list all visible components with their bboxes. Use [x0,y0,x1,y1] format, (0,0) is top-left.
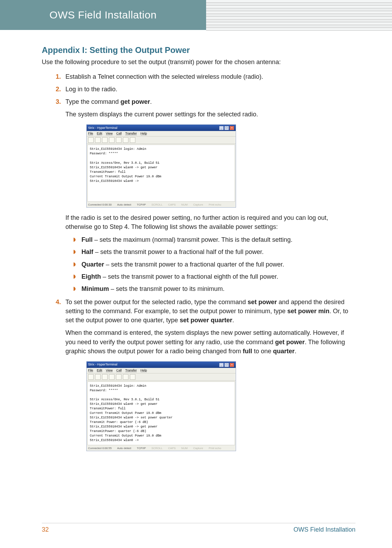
maximize-icon[interactable]: □ [224,363,229,367]
setting-half-desc: – sets the transmit power to a fractiona… [93,248,264,255]
menu-call[interactable]: Call [116,132,122,135]
terminal-menubar: File Edit View Call Transfer Help [87,131,236,137]
step-4a-cmd3: set power quarter [180,317,232,324]
header-tab-slot [206,3,392,6]
setting-eighth-name: Eighth [81,273,101,280]
setting-full-desc: – sets the maximum (normal) transmit pow… [93,236,292,243]
setting-quarter-name: Quarter [81,261,104,268]
page-footer: 32 OWS Field Installation [42,523,355,533]
header-tab-slot [206,6,392,8]
appendix-lead: Use the following procedure to set the o… [42,59,355,66]
status-printecho: Print echo [209,446,221,450]
terminal-titlebar: Strix - HyperTerminal _□× [87,362,236,368]
setting-minimum-name: Minimum [81,285,109,292]
status-num: NUM [181,203,188,207]
toolbar-receive-icon[interactable] [123,374,128,380]
toolbar-new-icon[interactable] [88,137,94,143]
menu-edit[interactable]: Edit [97,132,102,135]
menu-call[interactable]: Call [116,369,122,372]
toolbar-connect-icon[interactable] [102,374,108,380]
header-tab-slot [206,17,392,20]
status-scroll: SCROLL [151,446,163,450]
list-item: Minimum – sets the transmit power to its… [73,285,355,293]
terminal-window: Strix - HyperTerminal _□× File Edit View… [86,361,236,451]
status-capture: Capture [193,446,203,450]
maximize-icon[interactable]: □ [224,126,229,130]
status-printecho: Print echo [209,203,221,207]
step-4b-post: . [295,348,296,355]
toolbar-disconnect-icon[interactable] [109,137,115,143]
step-4b-mid2: to one [252,348,273,355]
status-autodetect: Auto detect [117,203,131,207]
terminal-statusbar: Connected 0:00:30 Auto detect TCP/IP SCR… [87,202,236,207]
step-3: 3. Type the command get power. The syste… [56,97,355,293]
toolbar-new-icon[interactable] [88,374,94,380]
list-item: Full – sets the maximum (normal) transmi… [73,236,355,244]
header-tab-slot [206,11,392,14]
step-3-text-pre: Type the command [65,98,120,105]
toolbar-properties-icon[interactable] [130,374,135,380]
toolbar-disconnect-icon[interactable] [109,374,115,380]
status-num: NUM [181,446,188,450]
toolbar-connect-icon[interactable] [102,137,108,143]
header-tab-slot [206,20,392,22]
step-4b-w1: full [243,348,252,355]
toolbar-send-icon[interactable] [116,374,121,380]
setting-minimum-desc: – sets the transmit power to its minimum… [109,285,225,292]
window-control-buttons: _□× [219,362,234,367]
step-4b-w2: quarter [273,348,295,355]
setting-quarter-desc: – sets the transmit power to a fractiona… [104,261,284,268]
terminal-statusbar: Connected 0:00:55 Auto detect TCP/IP SCR… [87,446,236,451]
toolbar-properties-icon[interactable] [130,137,135,143]
setting-eighth-desc: – sets the transmit power to a fractiona… [101,273,278,280]
step-number-icon: 3. [56,97,61,106]
menu-view[interactable]: View [106,369,112,372]
menu-transfer[interactable]: Transfer [125,369,137,372]
setting-full-name: Full [81,236,93,243]
status-connected: Connected 0:00:55 [88,446,112,450]
appendix-heading: Appendix I: Setting the Output Power [42,45,355,55]
terminal-output: Strix_E1C55910434 login: Admin Password:… [87,381,235,446]
status-autodetect: Auto detect [117,446,131,450]
minimize-icon[interactable]: _ [219,363,224,367]
close-icon[interactable]: × [229,126,234,130]
header-tab-slot [206,22,392,25]
toolbar-open-icon[interactable] [95,137,101,143]
menu-help[interactable]: Help [141,132,147,135]
toolbar-send-icon[interactable] [116,137,121,143]
window-control-buttons: _□× [219,125,234,130]
close-icon[interactable]: × [229,363,234,367]
toolbar-receive-icon[interactable] [123,137,128,143]
footer-doc-title: OWS Field Installation [293,526,355,533]
step-4a-cmd1: set power [248,299,277,306]
step-4b-cmd: get power [275,339,305,346]
menu-edit[interactable]: Edit [97,369,102,372]
header-band: OWS Field Installation [0,0,392,30]
list-item: Quarter – sets the transmit power to a f… [73,260,355,269]
status-caps: CAPS [168,446,176,450]
menu-help[interactable]: Help [141,369,147,372]
toolbar-open-icon[interactable] [95,374,101,380]
menu-file[interactable]: File [88,369,93,372]
terminal-toolbar [87,137,236,144]
step-2: 2. Log in to the radio. [56,85,355,94]
terminal-window: Strix - HyperTerminal _□× File Edit View… [86,124,236,208]
step-1: 1. Establish a Telnet connection with th… [56,72,355,81]
status-connected: Connected 0:00:30 [88,203,112,207]
header-tab-stack [206,0,392,31]
step-number-icon: 1. [56,72,61,81]
menu-transfer[interactable]: Transfer [125,132,137,135]
step-3-command: get power [120,98,150,105]
list-item: Eighth – sets the transmit power to a fr… [73,272,355,281]
step-4a-pre: To set the power output for the selected… [65,299,248,306]
menu-file[interactable]: File [88,132,93,135]
step-number-icon: 2. [56,85,61,94]
menu-view[interactable]: View [106,132,112,135]
terminal-title: Strix - HyperTerminal [88,362,117,367]
minimize-icon[interactable]: _ [219,126,224,130]
page-number: 32 [42,526,49,533]
list-item: Half – sets the transmit power to a frac… [73,248,355,256]
status-caps: CAPS [168,203,176,207]
header-tab-slot [206,25,392,28]
status-protocol: TCP/IP [137,446,146,450]
